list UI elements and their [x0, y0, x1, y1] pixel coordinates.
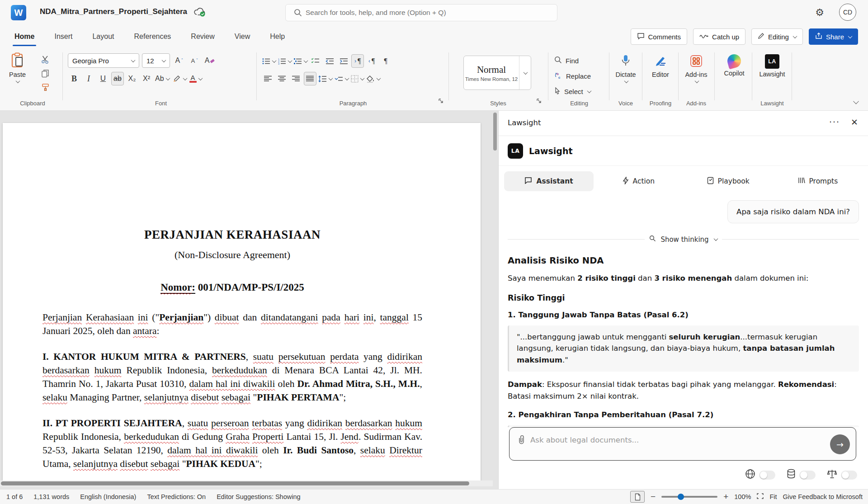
format-painter-icon[interactable] [39, 82, 52, 92]
tab-view[interactable]: View [234, 31, 251, 42]
ltr-paragraph-button[interactable]: ›¶ [351, 54, 364, 68]
tab-references[interactable]: References [133, 31, 172, 42]
rtl-paragraph-button[interactable]: ‹¶ [365, 54, 378, 68]
catch-up-button[interactable]: Catch up [693, 28, 745, 45]
numbered-list-button[interactable]: 123 [278, 54, 292, 68]
font-size-select[interactable]: 12 [142, 53, 170, 68]
send-button[interactable]: → [830, 434, 850, 454]
bold-button[interactable]: B [68, 72, 80, 85]
line-spacing-button[interactable] [318, 72, 333, 85]
document-page[interactable]: PERJANJIAN KERAHASIAAN (Non-Disclosure A… [3, 123, 481, 480]
chat-input-box[interactable]: → [509, 427, 856, 461]
shading-button[interactable] [366, 72, 381, 85]
tab-help[interactable]: Help [269, 31, 286, 42]
database-toggle[interactable] [799, 471, 816, 480]
clear-formatting-icon[interactable]: A [203, 54, 216, 67]
multilevel-list-button[interactable] [293, 54, 308, 68]
zoom-slider-thumb[interactable] [678, 494, 684, 500]
lightning-icon [623, 177, 629, 186]
more-options-icon[interactable]: ··· [829, 117, 840, 127]
borders-button[interactable] [350, 72, 364, 85]
cut-icon[interactable] [39, 54, 52, 64]
document-content[interactable]: PERJANJIAN KERAHASIAAN (Non-Disclosure A… [42, 228, 422, 471]
tab-assistant[interactable]: Assistant [504, 171, 594, 191]
chat-area[interactable]: Apa saja risiko dalam NDA ini? Show thin… [499, 198, 868, 427]
tab-insert[interactable]: Insert [53, 31, 73, 42]
search-input[interactable] [306, 5, 552, 21]
document-title[interactable]: NDA_Mitra_Partners_Properti_Sejahtera [40, 7, 187, 16]
find-button[interactable]: Find [554, 55, 591, 66]
editor-button[interactable]: Editor [644, 54, 677, 78]
strikethrough-button[interactable]: ab [111, 72, 124, 85]
fit-button[interactable]: Fit [769, 493, 777, 500]
subscript-button[interactable]: X₂ [126, 72, 138, 85]
addins-button[interactable]: Add-ins [680, 54, 712, 83]
avatar[interactable]: CD [839, 4, 856, 21]
feedback-link[interactable]: Give Feedback to Microsoft [783, 493, 863, 500]
shrink-font-icon[interactable]: Aˇ [188, 54, 201, 67]
grow-font-icon[interactable]: Aˆ [173, 54, 185, 67]
vertical-scrollbar-thumb[interactable] [493, 113, 497, 151]
select-button[interactable]: Select [554, 85, 591, 97]
chat-input[interactable] [530, 433, 821, 446]
editing-mode-button[interactable]: Editing [751, 28, 803, 45]
text-highlight-button[interactable] [172, 72, 187, 85]
attachment-paperclip-icon[interactable] [517, 435, 526, 447]
style-gallery[interactable]: Normal Times New Roman, 12 [463, 56, 531, 90]
language[interactable]: English (Indonesia) [80, 493, 136, 500]
show-paragraph-marks-button[interactable]: ¶ [379, 54, 392, 68]
search-bar[interactable] [285, 4, 557, 21]
justify-button[interactable] [304, 72, 316, 85]
tab-home[interactable]: Home [14, 31, 35, 42]
superscript-button[interactable]: X² [140, 72, 153, 85]
copy-icon[interactable] [39, 68, 52, 78]
align-left-button[interactable] [262, 72, 274, 85]
settings-gear-icon[interactable]: ⚙ [813, 6, 826, 19]
zoom-in-button[interactable]: + [723, 492, 728, 502]
style-gallery-dropdown[interactable] [519, 56, 531, 89]
align-center-button[interactable] [276, 72, 288, 85]
zoom-slider[interactable] [661, 496, 717, 498]
font-name-select[interactable]: Georgia Pro [68, 53, 139, 68]
web-search-toggle[interactable] [759, 471, 775, 480]
tab-action[interactable]: Action [594, 171, 683, 191]
word-count[interactable]: 1,131 words [33, 493, 69, 500]
font-color-button[interactable]: A [189, 72, 203, 85]
tab-prompts[interactable]: Prompts [773, 171, 863, 191]
close-icon[interactable]: ✕ [851, 117, 858, 127]
paragraph-dialog-launcher-icon[interactable] [439, 97, 443, 105]
share-button[interactable]: Share [809, 28, 858, 45]
align-right-button[interactable] [290, 72, 302, 85]
view-mode-button[interactable] [630, 491, 645, 503]
horizontal-scrollbar-thumb[interactable] [1, 481, 469, 485]
zoom-level[interactable]: 100% [734, 493, 751, 500]
paragraph-spacing-button[interactable] [334, 72, 349, 85]
tab-layout[interactable]: Layout [91, 31, 115, 42]
copilot-button[interactable]: Copilot [717, 54, 752, 77]
legal-mode-toggle[interactable] [841, 471, 857, 480]
tab-playbook[interactable]: Playbook [684, 171, 773, 191]
tab-review[interactable]: Review [190, 31, 215, 42]
change-case-button[interactable]: Ab [155, 72, 170, 85]
replace-button[interactable]: bc Replace [554, 70, 591, 82]
page-count[interactable]: 1 of 6 [6, 493, 23, 500]
comments-button[interactable]: Comments [631, 28, 688, 45]
increase-indent-button[interactable] [337, 54, 350, 68]
lawsight-button[interactable]: LA Lawsight [753, 54, 792, 78]
dictate-button[interactable]: Dictate [611, 54, 640, 83]
paste-button[interactable]: Paste [9, 52, 26, 83]
status-bar: 1 of 6 1,131 words English (Indonesia) T… [0, 489, 868, 504]
styles-dialog-launcher-icon[interactable] [537, 97, 542, 105]
horizontal-scrollbar[interactable] [0, 480, 493, 486]
decrease-indent-button[interactable] [323, 54, 336, 68]
word-logo-icon[interactable]: W [11, 5, 26, 20]
italic-button[interactable]: I [82, 72, 95, 85]
collapse-ribbon-icon[interactable] [853, 99, 859, 104]
bullet-list-button[interactable] [262, 54, 276, 68]
text-predictions[interactable]: Text Predictions: On [147, 493, 206, 500]
show-thinking-row[interactable]: Show thinking [508, 235, 859, 244]
zoom-out-button[interactable]: − [651, 492, 656, 502]
editor-suggestions[interactable]: Editor Suggestions: Showing [217, 493, 300, 500]
underline-button[interactable]: U [97, 72, 109, 85]
checklist-button[interactable] [309, 54, 322, 68]
